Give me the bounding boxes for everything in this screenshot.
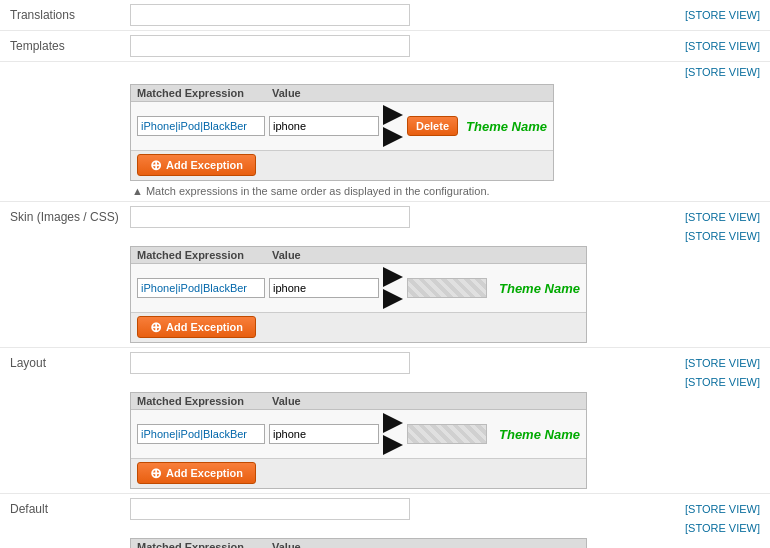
templates-label: Templates — [10, 35, 130, 53]
skin-value-input[interactable] — [269, 278, 379, 298]
add-exception-label-1: Add Exception — [166, 159, 243, 171]
arrow-icon-1b — [383, 127, 403, 147]
skin-theme-name-label: Theme Name — [499, 281, 580, 296]
theme-name-content: [STORE VIEW] Matched Expression Value De… — [130, 66, 760, 197]
skin-plus-icon: ⊕ — [150, 320, 162, 334]
skin-exception-block: Matched Expression Value Theme Name ⊕ Ad… — [130, 246, 587, 343]
layout-value-header: Value — [272, 395, 392, 407]
skin-add-exception-row: ⊕ Add Exception — [131, 312, 586, 342]
arrow-icon-1a — [383, 105, 403, 125]
default-store-view-link[interactable]: [STORE VIEW] — [685, 503, 760, 515]
default-exception-header: Matched Expression Value — [131, 539, 586, 548]
skin-matched-expression-header: Matched Expression — [137, 249, 272, 261]
exception-header: Matched Expression Value — [131, 85, 553, 102]
translations-input[interactable] — [130, 4, 410, 26]
matched-expression-input-1[interactable] — [137, 116, 265, 136]
translations-label: Translations — [10, 4, 130, 22]
layout-add-exception-label: Add Exception — [166, 467, 243, 479]
layout-store-view-link[interactable]: [STORE VIEW] — [685, 357, 760, 369]
theme-name-label-1: Theme Name — [466, 119, 547, 134]
skin-store-view-link[interactable]: [STORE VIEW] — [685, 211, 760, 223]
plus-icon-1: ⊕ — [150, 158, 162, 172]
skin-input[interactable] — [130, 206, 410, 228]
skin-matched-expression-input[interactable] — [137, 278, 265, 298]
theme-name-exception-block: Matched Expression Value Delete Theme Na… — [130, 84, 554, 181]
matched-expression-header: Matched Expression — [137, 87, 272, 99]
translations-content: [STORE VIEW] — [130, 4, 760, 26]
layout-label: Layout — [10, 352, 130, 370]
translations-store-view-link[interactable]: [STORE VIEW] — [685, 9, 760, 21]
templates-input[interactable] — [130, 35, 410, 57]
templates-store-view-link[interactable]: [STORE VIEW] — [685, 40, 760, 52]
layout-theme-name-label: Theme Name — [499, 427, 580, 442]
layout-add-exception-row: ⊕ Add Exception — [131, 458, 586, 488]
default-value-header: Value — [272, 541, 392, 548]
layout-matched-expression-header: Matched Expression — [137, 395, 272, 407]
layout-value-input[interactable] — [269, 424, 379, 444]
layout-matched-expression-input[interactable] — [137, 424, 265, 444]
layout-plus-icon: ⊕ — [150, 466, 162, 480]
default-matched-expression-header: Matched Expression — [137, 541, 272, 548]
add-exception-row-1: ⊕ Add Exception — [131, 150, 553, 180]
layout-row: Layout [STORE VIEW] [STORE VIEW] Matched… — [0, 348, 770, 494]
value-header: Value — [272, 87, 392, 99]
layout-content: [STORE VIEW] [STORE VIEW] Matched Expres… — [130, 352, 760, 489]
theme-name-store-view-link[interactable]: [STORE VIEW] — [685, 66, 760, 78]
layout-exception-data-row: Theme Name — [131, 410, 586, 458]
skin-exception-header: Matched Expression Value — [131, 247, 586, 264]
layout-exception-block: Matched Expression Value Theme Name ⊕ Ad… — [130, 392, 587, 489]
exception-data-row-1: Delete Theme Name — [131, 102, 553, 150]
value-input-1[interactable] — [269, 116, 379, 136]
theme-name-row-label — [10, 66, 130, 70]
skin-striped-area — [407, 278, 487, 298]
layout-input[interactable] — [130, 352, 410, 374]
default-label: Default — [10, 498, 130, 516]
skin-value-header: Value — [272, 249, 392, 261]
skin-arrow-icon-a — [383, 267, 403, 287]
skin-row: Skin (Images / CSS) [STORE VIEW] [STORE … — [0, 202, 770, 348]
default-sub-store-view-link[interactable]: [STORE VIEW] — [685, 522, 760, 534]
add-exception-button-1[interactable]: ⊕ Add Exception — [137, 154, 256, 176]
skin-add-exception-label: Add Exception — [166, 321, 243, 333]
layout-sub-store-view-link[interactable]: [STORE VIEW] — [685, 376, 760, 388]
skin-content: [STORE VIEW] [STORE VIEW] Matched Expres… — [130, 206, 760, 343]
theme-name-row: [STORE VIEW] Matched Expression Value De… — [0, 62, 770, 202]
templates-row: Templates [STORE VIEW] — [0, 31, 770, 62]
layout-arrow-icon-b — [383, 435, 403, 455]
layout-exception-header: Matched Expression Value — [131, 393, 586, 410]
skin-label: Skin (Images / CSS) — [10, 206, 130, 224]
skin-sub-store-view-link[interactable]: [STORE VIEW] — [685, 230, 760, 242]
translations-row: Translations [STORE VIEW] — [0, 0, 770, 31]
layout-striped-area — [407, 424, 487, 444]
hint-text: ▲ Match expressions in the same order as… — [130, 185, 760, 197]
templates-content: [STORE VIEW] — [130, 35, 760, 57]
layout-add-exception-button[interactable]: ⊕ Add Exception — [137, 462, 256, 484]
default-input[interactable] — [130, 498, 410, 520]
default-content: [STORE VIEW] [STORE VIEW] Matched Expres… — [130, 498, 760, 548]
default-exception-block: Matched Expression Value Theme Name ⊕ Ad… — [130, 538, 587, 548]
delete-button-1[interactable]: Delete — [407, 116, 458, 136]
skin-exception-data-row: Theme Name — [131, 264, 586, 312]
default-row: Default [STORE VIEW] [STORE VIEW] Matche… — [0, 494, 770, 548]
layout-arrow-icon-a — [383, 413, 403, 433]
skin-arrow-icon-b — [383, 289, 403, 309]
skin-add-exception-button[interactable]: ⊕ Add Exception — [137, 316, 256, 338]
